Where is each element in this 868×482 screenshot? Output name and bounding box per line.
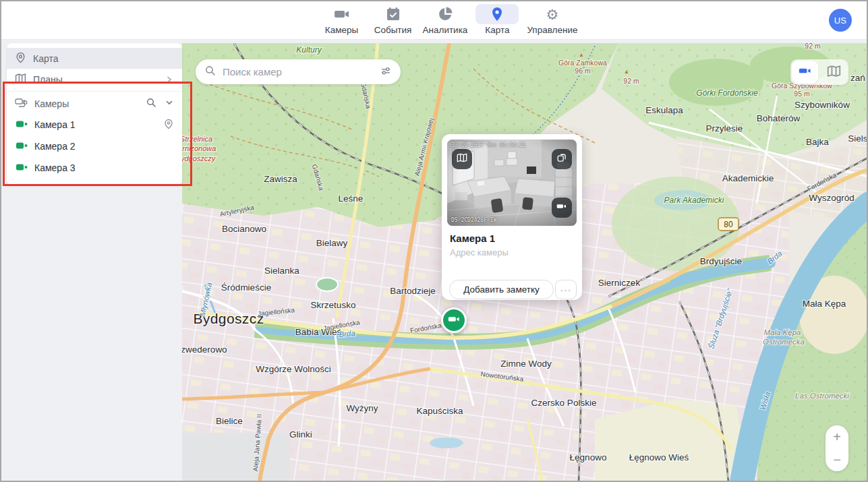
- popup-camera-address: Адрес камеры: [450, 247, 509, 258]
- filter-icon[interactable]: [380, 65, 392, 80]
- tab-label: События: [374, 25, 412, 35]
- camera-thumbnail[interactable]: 30-10-2017 Mon 04:54:21 DS-2CD2420F-IW: [447, 140, 577, 226]
- camera-icon: [448, 313, 461, 328]
- map-label: 92 m: [805, 43, 821, 50]
- search-icon[interactable]: [146, 97, 156, 110]
- map-label: Wyżyny: [346, 403, 378, 413]
- map-label: Kultury: [296, 45, 322, 55]
- map-label: Eskulapa: [645, 105, 683, 115]
- sidebar-item-plans[interactable]: Планы: [7, 69, 182, 90]
- map-label: Skrzetusko: [311, 300, 356, 310]
- map-label: Kapuściska: [416, 406, 463, 416]
- map-label: Wyszogród: [809, 193, 854, 203]
- road-badge-80: 80: [718, 218, 739, 231]
- map-label: Bartodzieje: [390, 286, 436, 296]
- map-label: Góra Zamkowa: [558, 59, 607, 67]
- map-label: Bajka: [806, 137, 829, 147]
- map-label: Mała Kępa: [764, 328, 801, 336]
- tab-events[interactable]: События: [372, 4, 415, 35]
- map-label: Zawisza: [264, 174, 297, 184]
- map-label: ▲: [624, 69, 629, 75]
- map-label: Śródmieście: [221, 282, 271, 293]
- map-label: ▲: [579, 52, 584, 58]
- sidebar-item-label: Карта: [33, 53, 58, 64]
- sidebar-item-label: Планы: [33, 74, 63, 85]
- map-label: Park Akademicki: [664, 195, 724, 205]
- zoom-in-button[interactable]: +: [826, 425, 848, 448]
- tab-label: Управление: [527, 25, 577, 35]
- map-label: Glinki: [289, 429, 312, 440]
- map-label: Zimne Wody: [500, 359, 552, 369]
- map-label: Akademickie: [722, 173, 774, 183]
- tab-management[interactable]: ⚙ Управление: [527, 4, 577, 35]
- camera-search-bar: [196, 59, 401, 84]
- layer-map-toggle[interactable]: [819, 59, 848, 85]
- events-icon: [385, 6, 401, 22]
- osd-timestamp: 30-10-2017 Mon 04:54:21: [451, 142, 526, 148]
- sidebar-camera-2[interactable]: Камера 2: [7, 135, 182, 157]
- map-label: zań: [850, 73, 865, 83]
- map-label: Bydgoszczy: [182, 154, 216, 162]
- zoom-out-button[interactable]: −: [826, 448, 848, 471]
- app-window: 80 KulturyGórki FordońskiePark Akademick…: [0, 0, 868, 482]
- map-label: Sielanka: [264, 266, 299, 276]
- map-label: Szybowników: [794, 100, 850, 110]
- map-label: Brda: [339, 329, 355, 338]
- more-options-button[interactable]: ···: [555, 280, 577, 299]
- open-video-button[interactable]: [552, 198, 572, 218]
- sidebar-camera-1[interactable]: Камера 1: [7, 114, 182, 135]
- tab-analytics[interactable]: Аналитика: [423, 4, 468, 35]
- map-label: Łęgnowo: [570, 452, 607, 462]
- map-label: Górki Fordońskie: [696, 88, 758, 98]
- map-label: Wzgórze Wolności: [256, 364, 331, 374]
- cameras-group-icon: [15, 97, 28, 110]
- map-label: Las Ostromecki: [795, 392, 849, 400]
- tab-label: Аналитика: [423, 25, 468, 35]
- camera-dot-icon: [16, 162, 28, 173]
- analytics-icon: [437, 6, 453, 22]
- map-label: Bielawy: [316, 238, 348, 248]
- layer-cameras-toggle[interactable]: [792, 61, 818, 84]
- map-label: Leśne: [339, 193, 364, 204]
- chevron-right-icon: [165, 75, 174, 84]
- pin-icon: [15, 52, 26, 65]
- map-label: Czersko Polskie: [531, 398, 597, 408]
- camera-map-marker[interactable]: [441, 307, 467, 333]
- sidebar-cameras-header[interactable]: Камеры: [7, 93, 182, 114]
- open-on-plan-button[interactable]: [452, 149, 472, 169]
- picture-in-picture-button[interactable]: [552, 149, 572, 169]
- map-label: 96 m: [575, 67, 591, 75]
- tab-label: Камеры: [325, 25, 358, 35]
- map-label: 95 m: [794, 90, 810, 98]
- map-label: Przylesie: [706, 123, 743, 133]
- map-label: Mała Kępa: [803, 299, 846, 309]
- map-icon: [457, 152, 467, 166]
- tab-cameras[interactable]: Камеры: [320, 4, 364, 35]
- camera-dot-icon: [16, 141, 28, 152]
- chevron-down-icon[interactable]: [165, 98, 174, 109]
- tab-map[interactable]: Карта: [475, 4, 519, 35]
- osd-camera-model: DS-2CD2420F-IW: [451, 217, 496, 223]
- search-icon: [204, 65, 216, 79]
- map-label: Brdyujście: [700, 256, 742, 266]
- map-industrial: [182, 433, 290, 481]
- camera-icon: [799, 64, 812, 80]
- sidebar-camera-3[interactable]: Камера 3: [7, 157, 182, 179]
- search-input[interactable]: [221, 65, 374, 78]
- sidebar-item-map[interactable]: Карта: [7, 48, 182, 69]
- camera-dot-icon: [16, 119, 28, 130]
- map-pin-icon: [489, 6, 505, 22]
- map-zoom-control: + −: [826, 425, 848, 471]
- gear-icon: ⚙: [546, 7, 558, 22]
- map-label: Szwederowo: [182, 344, 227, 355]
- camera-icon: [334, 6, 350, 22]
- add-note-button[interactable]: Добавить заметку: [449, 280, 554, 299]
- main-tabs: Камеры События Аналитика Карта: [320, 4, 578, 35]
- user-avatar[interactable]: US: [829, 9, 852, 32]
- map-label: Sielska: [848, 133, 867, 144]
- camera-label: Камера 1: [34, 119, 76, 130]
- sidebar: Карта Планы Камеры: [7, 43, 182, 185]
- camera-pin-icon[interactable]: [163, 119, 174, 131]
- map-layer-switch: [790, 59, 848, 85]
- popup-camera-title: Камера 1: [450, 233, 495, 244]
